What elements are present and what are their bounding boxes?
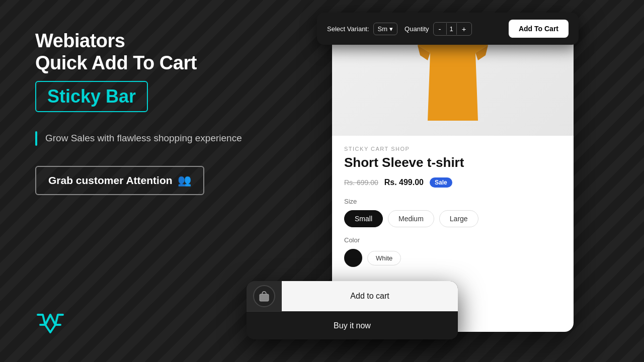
tagline-block: Grow Sales with flawless shopping experi… bbox=[35, 131, 262, 146]
shop-name: STICKY CART SHOP bbox=[344, 146, 561, 152]
sticky-bar-overlay: Select Variant: Sm ▾ Quantity - 1 + Add … bbox=[317, 13, 579, 45]
quantity-minus-button[interactable]: - bbox=[434, 23, 446, 35]
size-options: Small Medium Large bbox=[344, 210, 561, 227]
sale-badge: Sale bbox=[430, 177, 452, 188]
brand-line1: Webiators bbox=[35, 30, 125, 51]
color-options: White bbox=[344, 249, 561, 267]
size-medium-button[interactable]: Medium bbox=[388, 210, 434, 227]
sticky-bar-label: Sticky Bar bbox=[47, 86, 136, 107]
product-details: STICKY CART SHOP Short Sleeve t-shirt Rs… bbox=[332, 136, 574, 277]
variant-label: Select Variant: bbox=[327, 25, 369, 33]
shopify-bag-icon bbox=[258, 290, 271, 303]
size-small-button[interactable]: Small bbox=[344, 210, 383, 227]
size-large-button[interactable]: Large bbox=[439, 210, 478, 227]
grab-attention-button[interactable]: Grab customer Attention 👥 bbox=[35, 166, 204, 195]
price-row: Rs. 699.00 Rs. 499.00 Sale bbox=[344, 177, 561, 188]
tagline-text: Grow Sales with flawless shopping experi… bbox=[45, 131, 242, 146]
grab-attention-label: Grab customer Attention bbox=[48, 174, 173, 187]
quantity-section: Quantity - 1 + bbox=[405, 22, 471, 36]
size-label: Size bbox=[344, 198, 561, 205]
quantity-controls: - 1 + bbox=[433, 22, 472, 36]
sticky-add-to-cart-button[interactable]: Add To Cart bbox=[509, 20, 569, 38]
variant-section: Select Variant: Sm ▾ bbox=[327, 23, 397, 35]
tagline-bar bbox=[35, 131, 37, 146]
sticky-bar-badge: Sticky Bar bbox=[35, 81, 148, 112]
variant-chevron-icon: ▾ bbox=[389, 25, 393, 33]
quantity-value: 1 bbox=[446, 23, 457, 35]
people-icon: 👥 bbox=[178, 174, 191, 187]
color-black-swatch[interactable] bbox=[344, 249, 362, 267]
sale-price: Rs. 499.00 bbox=[384, 178, 424, 187]
left-top-section: Webiators Quick Add To Cart Sticky Bar G… bbox=[35, 30, 262, 195]
shopify-icon-area bbox=[247, 281, 282, 311]
popup-add-to-cart-button[interactable]: Add to cart bbox=[282, 281, 458, 311]
product-title: Short Sleeve t-shirt bbox=[344, 155, 561, 170]
brand-line2: Quick Add To Cart bbox=[35, 52, 197, 73]
color-white-option[interactable]: White bbox=[367, 251, 401, 265]
variant-value: Sm bbox=[378, 25, 388, 33]
shopify-icon bbox=[253, 285, 275, 307]
buy-it-now-button[interactable]: Buy it now bbox=[247, 311, 458, 339]
quantity-plus-button[interactable]: + bbox=[457, 23, 471, 35]
right-panel: Select Variant: Sm ▾ Quantity - 1 + Add … bbox=[292, 0, 644, 362]
popup-shopify-row: Add to cart bbox=[247, 281, 458, 311]
webiators-logo bbox=[35, 310, 65, 335]
brand-title: Webiators Quick Add To Cart bbox=[35, 30, 262, 74]
quantity-label: Quantity bbox=[405, 25, 429, 33]
variant-select[interactable]: Sm ▾ bbox=[373, 23, 398, 35]
original-price: Rs. 699.00 bbox=[344, 178, 378, 187]
svg-rect-0 bbox=[260, 294, 269, 301]
main-wrapper: Webiators Quick Add To Cart Sticky Bar G… bbox=[0, 0, 644, 362]
bottom-sticky-popup: Add to cart Buy it now bbox=[247, 281, 458, 339]
logo-area bbox=[35, 290, 262, 337]
color-label: Color bbox=[344, 236, 561, 244]
